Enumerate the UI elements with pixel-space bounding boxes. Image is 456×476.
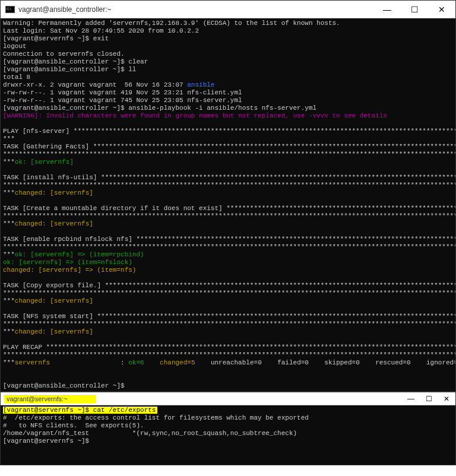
title-left-1: vagrant@ansible_controller:~ xyxy=(5,5,112,14)
changed-status: changed: [servernfs] xyxy=(15,220,93,227)
command: ll xyxy=(128,66,136,73)
stars: *** xyxy=(3,158,15,166)
recap-rest: unreachable=0 failed=0 skipped=0 rescued… xyxy=(207,359,455,366)
task-header: TASK [install nfs-utils] ***************… xyxy=(3,174,455,181)
window-controls-2: — ☐ ✕ xyxy=(402,392,455,405)
stars: *** xyxy=(3,297,15,304)
recap-header: PLAY RECAP *****************************… xyxy=(3,344,455,351)
line: drwxr-xr-x. 2 vagrant vagrant 56 Nov 16 … xyxy=(3,81,187,88)
minimize-button[interactable]: — xyxy=(402,392,420,405)
stars: *** xyxy=(3,251,15,258)
close-button[interactable]: ✕ xyxy=(428,1,455,18)
close-button[interactable]: ✕ xyxy=(438,392,455,405)
task-header: TASK [Gathering Facts] *****************… xyxy=(3,143,455,150)
stars: ****************************************… xyxy=(3,320,455,328)
title-left-2: vagrant@servernfs:~ xyxy=(4,395,68,402)
stars: ****************************************… xyxy=(3,182,455,189)
terminal-output-1[interactable]: Warning: Permanently added 'servernfs,19… xyxy=(1,18,455,391)
warning-line: [WARNING]: Invalid characters were found… xyxy=(3,112,387,119)
task-header: TASK [Create a mountable directory if it… xyxy=(3,205,455,212)
command: ansible-playbook -i ansible/hosts nfs-se… xyxy=(128,104,316,112)
dir-name: ansible xyxy=(187,81,214,88)
recap-pad: : xyxy=(50,359,128,366)
task-header: TASK [NFS system start] ****************… xyxy=(3,313,455,320)
stars: *** xyxy=(3,328,15,335)
window-controls-1: — ☐ ✕ xyxy=(373,1,455,18)
highlighted-command: [vagrant@servernfs ~]$ cat /etc/exports xyxy=(3,407,156,414)
prompt: [vagrant@servernfs ~]$ xyxy=(3,35,93,42)
line: Last login: Sat Nov 28 07:49:55 2020 fro… xyxy=(3,27,199,34)
stars: *** xyxy=(3,189,15,196)
terminal-window-2: vagrant@servernfs:~ — ☐ ✕ [vagrant@serve… xyxy=(0,392,456,465)
line: -rw-rw-r--. 1 vagrant vagrant 419 Nov 25… xyxy=(3,89,242,96)
maximize-button[interactable]: ☐ xyxy=(420,392,438,405)
recap-host: servernfs xyxy=(15,359,50,366)
recap-ok: ok=6 xyxy=(128,359,156,366)
stars: ****************************************… xyxy=(3,151,455,158)
line: Warning: Permanently added 'servernfs,19… xyxy=(3,20,340,27)
line: Connection to servernfs closed. xyxy=(3,50,125,58)
ok-item: ok: [servernfs] => (item=nfslock) xyxy=(3,259,132,266)
stars: *** xyxy=(3,359,15,366)
titlebar-1[interactable]: vagrant@ansible_controller:~ — ☐ ✕ xyxy=(1,1,455,18)
line: -rw-rw-r--. 1 vagrant vagrant 745 Nov 25… xyxy=(3,97,242,104)
stars: ****************************************… xyxy=(3,243,455,250)
prompt: [vagrant@ansible_controller ~]$ xyxy=(3,66,128,73)
line: /home/vagrant/nfs_test *(rw,sync,no_root… xyxy=(3,430,297,437)
line: total 8 xyxy=(3,74,30,81)
line: # /etc/exports: the access control list … xyxy=(3,414,309,421)
play-header: PLAY [nfs-server] **********************… xyxy=(3,128,455,135)
line: # to NFS clients. See exports(5). xyxy=(3,422,144,429)
changed-status: changed: [servernfs] xyxy=(15,328,93,335)
task-header: TASK [Copy exports file.] **************… xyxy=(3,282,455,289)
ok-item: ok: [servernfs] => (item=rpcbind) xyxy=(15,251,144,258)
line: logout xyxy=(3,43,27,50)
command: exit xyxy=(93,35,109,42)
terminal-window-1: vagrant@ansible_controller:~ — ☐ ✕ Warni… xyxy=(0,0,456,392)
minimize-button[interactable]: — xyxy=(373,1,401,18)
stars: ****************************************… xyxy=(3,351,455,358)
window-title-2: vagrant@servernfs:~ xyxy=(7,395,68,402)
cmd-icon xyxy=(5,6,15,13)
stars: ****************************************… xyxy=(3,212,455,220)
maximize-button[interactable]: ☐ xyxy=(401,1,428,18)
terminal-output-2[interactable]: [vagrant@servernfs ~]$ cat /etc/exports … xyxy=(1,405,455,465)
stars: *** xyxy=(3,135,15,142)
task-header: TASK [enable rpcbind nfslock nfs] ******… xyxy=(3,236,455,243)
prompt: [vagrant@ansible_controller ~]$ xyxy=(3,58,128,65)
titlebar-2[interactable]: vagrant@servernfs:~ — ☐ ✕ xyxy=(1,392,455,405)
ok-status: ok: [servernfs] xyxy=(15,158,74,166)
window-title-1: vagrant@ansible_controller:~ xyxy=(18,5,112,14)
changed-item: changed: [servernfs] => (item=nfs) xyxy=(3,266,136,274)
stars: ****************************************… xyxy=(3,290,455,297)
recap-changed: changed=5 xyxy=(156,359,207,366)
changed-status: changed: [servernfs] xyxy=(15,297,93,304)
command: clear xyxy=(128,58,148,65)
prompt: [vagrant@ansible_controller ~]$ xyxy=(3,104,128,112)
stars: *** xyxy=(3,220,15,227)
changed-status: changed: [servernfs] xyxy=(15,189,93,196)
prompt: [vagrant@ansible_controller ~]$ xyxy=(3,382,125,389)
prompt: [vagrant@servernfs ~]$ xyxy=(3,437,89,445)
